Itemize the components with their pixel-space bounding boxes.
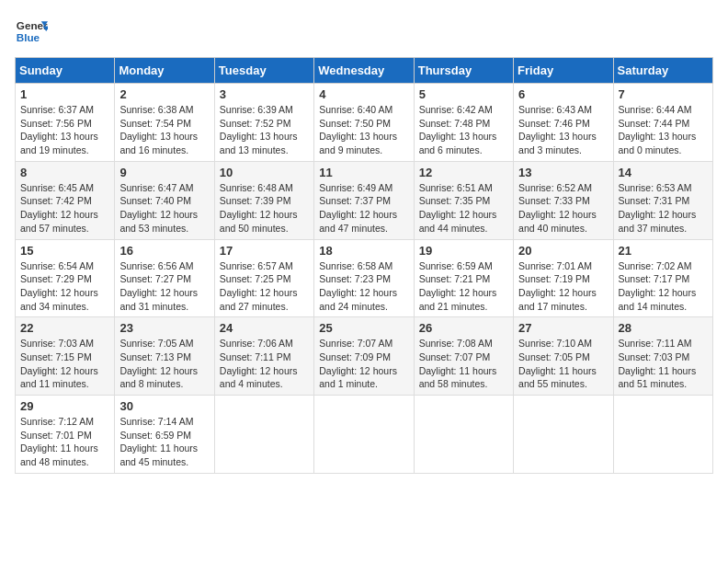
day-info: Sunrise: 6:53 AMSunset: 7:31 PMDaylight:… bbox=[619, 182, 697, 234]
day-number: 22 bbox=[20, 321, 109, 335]
calendar-day: 19Sunrise: 6:59 AMSunset: 7:21 PMDayligh… bbox=[414, 239, 513, 317]
calendar-day: 4Sunrise: 6:40 AMSunset: 7:50 PMDaylight… bbox=[314, 84, 414, 162]
calendar-day: 15Sunrise: 6:54 AMSunset: 7:29 PMDayligh… bbox=[16, 239, 115, 317]
day-number: 25 bbox=[319, 321, 408, 335]
calendar-day: 3Sunrise: 6:39 AMSunset: 7:52 PMDaylight… bbox=[214, 84, 313, 162]
logo-icon: General Blue bbox=[15, 15, 48, 48]
svg-text:Blue: Blue bbox=[17, 31, 40, 43]
day-info: Sunrise: 7:05 AMSunset: 7:13 PMDaylight:… bbox=[119, 338, 198, 389]
day-info: Sunrise: 7:02 AMSunset: 7:17 PMDaylight:… bbox=[619, 260, 697, 312]
calendar-day: 8Sunrise: 6:45 AMSunset: 7:42 PMDaylight… bbox=[16, 161, 115, 239]
empty-cell bbox=[414, 396, 513, 474]
day-info: Sunrise: 6:54 AMSunset: 7:29 PMDaylight:… bbox=[20, 260, 98, 312]
calendar-day: 7Sunrise: 6:44 AMSunset: 7:44 PMDaylight… bbox=[613, 84, 712, 162]
calendar-day: 12Sunrise: 6:51 AMSunset: 7:35 PMDayligh… bbox=[414, 161, 513, 239]
day-number: 12 bbox=[419, 166, 508, 179]
calendar-week-row: 15Sunrise: 6:54 AMSunset: 7:29 PMDayligh… bbox=[16, 239, 713, 317]
day-info: Sunrise: 7:03 AMSunset: 7:15 PMDaylight:… bbox=[20, 338, 98, 389]
day-number: 29 bbox=[20, 399, 109, 413]
day-number: 9 bbox=[119, 166, 209, 179]
calendar-day: 10Sunrise: 6:48 AMSunset: 7:39 PMDayligh… bbox=[214, 161, 313, 239]
day-number: 5 bbox=[419, 87, 508, 101]
empty-cell bbox=[214, 396, 313, 474]
calendar-table: SundayMondayTuesdayWednesdayThursdayFrid… bbox=[15, 57, 713, 474]
calendar-day: 11Sunrise: 6:49 AMSunset: 7:37 PMDayligh… bbox=[314, 161, 414, 239]
day-info: Sunrise: 7:14 AMSunset: 6:59 PMDaylight:… bbox=[119, 416, 198, 467]
day-number: 8 bbox=[20, 166, 109, 179]
calendar-day: 27Sunrise: 7:10 AMSunset: 7:05 PMDayligh… bbox=[514, 317, 613, 396]
day-info: Sunrise: 6:59 AMSunset: 7:21 PMDaylight:… bbox=[419, 260, 497, 312]
day-number: 14 bbox=[619, 166, 708, 179]
svg-text:General: General bbox=[17, 19, 48, 31]
day-number: 13 bbox=[518, 166, 608, 179]
calendar-day: 1Sunrise: 6:37 AMSunset: 7:56 PMDaylight… bbox=[16, 84, 115, 162]
calendar-day: 17Sunrise: 6:57 AMSunset: 7:25 PMDayligh… bbox=[214, 239, 313, 317]
calendar-week-row: 29Sunrise: 7:12 AMSunset: 7:01 PMDayligh… bbox=[16, 396, 713, 474]
calendar-week-row: 1Sunrise: 6:37 AMSunset: 7:56 PMDaylight… bbox=[16, 84, 713, 162]
calendar-day: 28Sunrise: 7:11 AMSunset: 7:03 PMDayligh… bbox=[613, 317, 712, 396]
day-number: 4 bbox=[319, 87, 408, 101]
day-number: 23 bbox=[119, 321, 209, 335]
day-number: 6 bbox=[518, 87, 608, 101]
day-info: Sunrise: 6:57 AMSunset: 7:25 PMDaylight:… bbox=[220, 260, 298, 312]
calendar-day: 16Sunrise: 6:56 AMSunset: 7:27 PMDayligh… bbox=[115, 239, 214, 317]
calendar-day: 29Sunrise: 7:12 AMSunset: 7:01 PMDayligh… bbox=[16, 396, 115, 474]
day-number: 2 bbox=[119, 87, 209, 101]
weekday-header: Monday bbox=[115, 58, 214, 84]
day-number: 17 bbox=[220, 244, 309, 258]
weekday-header: Friday bbox=[514, 58, 613, 84]
day-info: Sunrise: 7:06 AMSunset: 7:11 PMDaylight:… bbox=[220, 338, 298, 389]
calendar-day: 13Sunrise: 6:52 AMSunset: 7:33 PMDayligh… bbox=[514, 161, 613, 239]
logo: General Blue bbox=[15, 15, 88, 48]
day-info: Sunrise: 6:37 AMSunset: 7:56 PMDaylight:… bbox=[20, 104, 98, 155]
day-number: 24 bbox=[220, 321, 309, 335]
day-info: Sunrise: 6:49 AMSunset: 7:37 PMDaylight:… bbox=[319, 182, 397, 234]
calendar-day: 18Sunrise: 6:58 AMSunset: 7:23 PMDayligh… bbox=[314, 239, 414, 317]
day-number: 16 bbox=[119, 244, 209, 258]
calendar-day: 21Sunrise: 7:02 AMSunset: 7:17 PMDayligh… bbox=[613, 239, 712, 317]
day-number: 10 bbox=[220, 166, 309, 179]
calendar-day: 30Sunrise: 7:14 AMSunset: 6:59 PMDayligh… bbox=[115, 396, 214, 474]
calendar-week-row: 22Sunrise: 7:03 AMSunset: 7:15 PMDayligh… bbox=[16, 317, 713, 396]
day-info: Sunrise: 6:51 AMSunset: 7:35 PMDaylight:… bbox=[419, 182, 497, 234]
day-number: 11 bbox=[319, 166, 408, 179]
calendar-day: 2Sunrise: 6:38 AMSunset: 7:54 PMDaylight… bbox=[115, 84, 214, 162]
calendar-day: 22Sunrise: 7:03 AMSunset: 7:15 PMDayligh… bbox=[16, 317, 115, 396]
weekday-header: Tuesday bbox=[214, 58, 313, 84]
day-info: Sunrise: 7:10 AMSunset: 7:05 PMDaylight:… bbox=[518, 338, 597, 389]
empty-cell bbox=[613, 396, 712, 474]
calendar-day: 5Sunrise: 6:42 AMSunset: 7:48 PMDaylight… bbox=[414, 84, 513, 162]
day-info: Sunrise: 6:58 AMSunset: 7:23 PMDaylight:… bbox=[319, 260, 397, 312]
weekday-header: Saturday bbox=[613, 58, 712, 84]
empty-cell bbox=[314, 396, 414, 474]
day-number: 30 bbox=[119, 399, 209, 413]
calendar-header-row: SundayMondayTuesdayWednesdayThursdayFrid… bbox=[16, 58, 713, 84]
day-number: 27 bbox=[518, 321, 608, 335]
calendar-day: 20Sunrise: 7:01 AMSunset: 7:19 PMDayligh… bbox=[514, 239, 613, 317]
day-number: 19 bbox=[419, 244, 508, 258]
day-info: Sunrise: 6:56 AMSunset: 7:27 PMDaylight:… bbox=[119, 260, 198, 312]
calendar-day: 26Sunrise: 7:08 AMSunset: 7:07 PMDayligh… bbox=[414, 317, 513, 396]
day-info: Sunrise: 6:47 AMSunset: 7:40 PMDaylight:… bbox=[119, 182, 198, 234]
page-header: General Blue bbox=[15, 15, 713, 48]
calendar-day: 25Sunrise: 7:07 AMSunset: 7:09 PMDayligh… bbox=[314, 317, 414, 396]
day-info: Sunrise: 6:43 AMSunset: 7:46 PMDaylight:… bbox=[518, 104, 597, 155]
day-number: 15 bbox=[20, 244, 109, 258]
day-number: 1 bbox=[20, 87, 109, 101]
calendar-day: 14Sunrise: 6:53 AMSunset: 7:31 PMDayligh… bbox=[613, 161, 712, 239]
calendar-day: 9Sunrise: 6:47 AMSunset: 7:40 PMDaylight… bbox=[115, 161, 214, 239]
day-info: Sunrise: 7:08 AMSunset: 7:07 PMDaylight:… bbox=[419, 338, 497, 389]
day-info: Sunrise: 6:44 AMSunset: 7:44 PMDaylight:… bbox=[619, 104, 697, 155]
day-info: Sunrise: 6:42 AMSunset: 7:48 PMDaylight:… bbox=[419, 104, 497, 155]
empty-cell bbox=[514, 396, 613, 474]
day-info: Sunrise: 7:07 AMSunset: 7:09 PMDaylight:… bbox=[319, 338, 397, 389]
day-info: Sunrise: 7:12 AMSunset: 7:01 PMDaylight:… bbox=[20, 416, 98, 467]
day-number: 28 bbox=[619, 321, 708, 335]
calendar-week-row: 8Sunrise: 6:45 AMSunset: 7:42 PMDaylight… bbox=[16, 161, 713, 239]
day-info: Sunrise: 6:38 AMSunset: 7:54 PMDaylight:… bbox=[119, 104, 198, 155]
day-info: Sunrise: 7:01 AMSunset: 7:19 PMDaylight:… bbox=[518, 260, 597, 312]
calendar-day: 23Sunrise: 7:05 AMSunset: 7:13 PMDayligh… bbox=[115, 317, 214, 396]
day-info: Sunrise: 6:52 AMSunset: 7:33 PMDaylight:… bbox=[518, 182, 597, 234]
day-number: 7 bbox=[619, 87, 708, 101]
day-info: Sunrise: 6:45 AMSunset: 7:42 PMDaylight:… bbox=[20, 182, 98, 234]
